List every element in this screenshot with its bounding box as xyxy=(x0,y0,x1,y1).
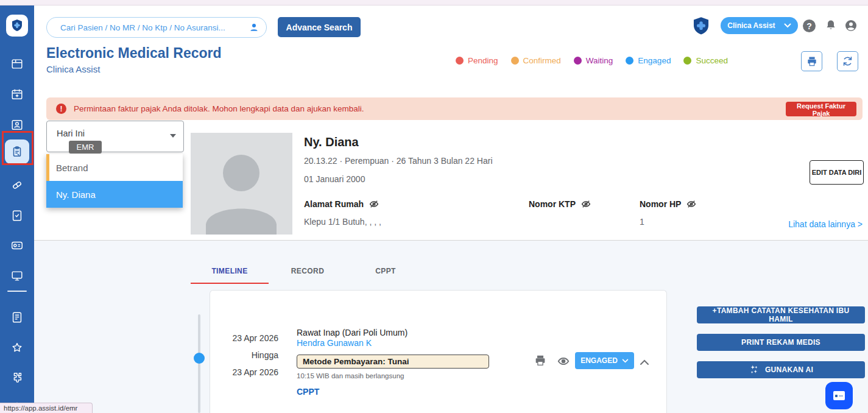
notifications-button[interactable] xyxy=(824,18,838,35)
address-label: Alamat Rumah xyxy=(304,199,364,209)
refresh-icon xyxy=(842,55,853,67)
engaged-dot xyxy=(626,57,633,65)
sidebar xyxy=(0,5,34,413)
help-glyph: ? xyxy=(806,21,812,31)
chat-widget-button[interactable] xyxy=(825,382,853,409)
entry-range-word: Hingga xyxy=(230,350,278,360)
entry-doctor-link[interactable]: Hendra Gunawan K xyxy=(297,338,372,348)
patient-name: Ny. Diana xyxy=(304,135,359,149)
chat-widget-icon xyxy=(833,391,845,400)
eye-off-icon[interactable] xyxy=(369,199,379,210)
payment-method-box: Metode Pembayaran: Tunai xyxy=(297,355,489,369)
clinic-shield-logo xyxy=(691,15,711,40)
request-faktur-pajak-button[interactable]: Request Faktur Pajak xyxy=(786,102,856,116)
pending-dot xyxy=(456,57,464,65)
chevron-up-icon xyxy=(640,359,649,365)
legend-item-succeed: Succeed xyxy=(683,56,728,65)
page-subtitle: Clinica Assist xyxy=(46,64,100,74)
status-legend: Pending Confirmed Waiting Engaged Succee… xyxy=(456,56,728,65)
sidebar-item-schedule[interactable] xyxy=(0,83,34,105)
bell-icon xyxy=(824,18,838,33)
ktp-label: Nomor KTP xyxy=(529,199,576,209)
puzzle-icon xyxy=(10,371,24,384)
address-value: Klepu 1/1 Butuh, , , , xyxy=(304,217,381,227)
entry-collapse-button[interactable] xyxy=(640,357,649,368)
phone-field: Nomor HP xyxy=(640,199,697,210)
chevron-down-icon xyxy=(784,23,791,28)
entry-status-button[interactable]: ENGAGED xyxy=(575,352,634,369)
advance-search-button[interactable]: Advance Search xyxy=(278,17,361,37)
star-icon xyxy=(10,341,24,355)
tab-record[interactable]: RECORD xyxy=(269,261,347,284)
task-check-icon xyxy=(10,209,24,222)
document-icon xyxy=(10,311,24,324)
timeline-rail xyxy=(198,314,200,413)
more-data-link[interactable]: Lihat data lainnya > xyxy=(765,219,863,229)
confirmed-dot xyxy=(511,57,519,65)
payment-method-text: Metode Pembayaran: Tunai xyxy=(303,357,409,366)
shield-logo-icon xyxy=(10,18,24,33)
sidebar-item-monitor[interactable] xyxy=(0,265,34,287)
sidebar-item-documents[interactable] xyxy=(0,306,34,328)
entry-print-button[interactable] xyxy=(534,354,547,370)
entry-view-button[interactable] xyxy=(557,355,570,370)
dashboard-icon xyxy=(10,57,24,71)
edit-data-diri-button[interactable]: EDIT DATA DIRI xyxy=(810,160,864,185)
legend-item-confirmed: Confirmed xyxy=(511,56,561,65)
calendar-plus-icon xyxy=(10,88,24,101)
sidebar-item-tasks[interactable] xyxy=(0,205,34,227)
ktp-field: Nomor KTP xyxy=(529,199,591,210)
alert-message: Permintaan faktur pajak Anda ditolak. Mo… xyxy=(74,104,786,113)
account-button[interactable] xyxy=(844,18,858,35)
org-name: Clinica Assist xyxy=(727,21,775,30)
select-arrow-icon xyxy=(170,134,176,138)
emr-tooltip: EMR xyxy=(69,141,102,154)
entry-status-label: ENGAGED xyxy=(580,356,618,365)
gunakan-ai-button[interactable]: GUNAKAN AI xyxy=(697,361,865,378)
succeed-dot xyxy=(683,57,691,65)
legend-item-engaged: Engaged xyxy=(626,56,671,65)
tax-invoice-alert: ! Permintaan faktur pajak Anda ditolak. … xyxy=(46,97,863,120)
tab-cppt[interactable]: CPPT xyxy=(347,261,425,284)
legend-item-waiting: Waiting xyxy=(574,56,613,65)
sidebar-item-pharmacy[interactable] xyxy=(0,174,34,196)
sidebar-item-membership[interactable] xyxy=(0,235,34,256)
eye-off-icon[interactable] xyxy=(686,199,697,210)
printer-icon xyxy=(806,55,818,68)
sidebar-item-dashboard[interactable] xyxy=(0,53,34,75)
person-search-icon xyxy=(248,21,260,34)
help-button[interactable]: ? xyxy=(803,19,816,32)
record-tabs: TIMELINE RECORD CPPT xyxy=(191,261,425,284)
patient-summary: 20.13.22 · Perempuan · 26 Tahun 3 Bulan … xyxy=(304,156,493,166)
app-logo xyxy=(6,15,28,37)
entry-date-end: 23 Apr 2026 xyxy=(230,367,278,377)
tambah-catatan-ibu-hamil-button[interactable]: +TAMBAH CATATAN KESEHATAN IBU HAMIL xyxy=(697,306,865,323)
entry-title: Rawat Inap (Dari Poli Umum) xyxy=(297,328,408,337)
address-field: Alamat Rumah xyxy=(304,199,379,210)
entry-cppt-link[interactable]: CPPT xyxy=(297,387,319,397)
dropdown-option-betrand[interactable]: Betrand xyxy=(46,154,183,181)
eye-off-icon[interactable] xyxy=(580,199,591,210)
waiting-dot xyxy=(574,57,582,65)
patient-avatar xyxy=(191,133,292,235)
sidebar-item-integrations[interactable] xyxy=(0,367,34,389)
patient-search[interactable] xyxy=(46,17,267,38)
account-icon xyxy=(844,18,858,33)
browser-top-strip xyxy=(0,0,868,5)
period-select-value: Hari Ini xyxy=(57,129,85,138)
period-select[interactable]: Hari Ini xyxy=(46,121,184,152)
printer-icon xyxy=(534,354,547,367)
tab-timeline[interactable]: TIMELINE xyxy=(191,261,269,284)
print-page-button[interactable] xyxy=(801,51,822,71)
sidebar-item-favorites[interactable] xyxy=(0,337,34,359)
refresh-button[interactable] xyxy=(837,51,858,71)
dropdown-option-ny-diana[interactable]: Ny. Diana xyxy=(46,181,183,208)
search-input[interactable] xyxy=(59,23,248,33)
org-switcher-button[interactable]: Clinica Assist xyxy=(721,17,798,34)
print-rekam-medis-button[interactable]: PRINT REKAM MEDIS xyxy=(697,334,865,351)
phone-label: Nomor HP xyxy=(640,199,681,209)
legend-item-pending: Pending xyxy=(456,56,498,65)
timeline-dot[interactable] xyxy=(194,353,205,364)
patient-card-icon xyxy=(10,118,24,132)
browser-link-preview: https://app.assist.id/emr xyxy=(0,403,93,413)
